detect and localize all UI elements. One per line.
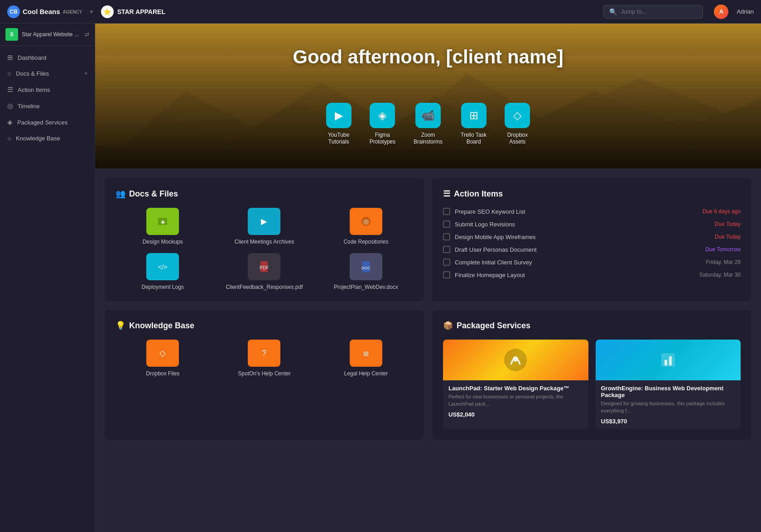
action-checkbox-3[interactable] [443, 246, 450, 253]
service-price-growth-engine: US$3,970 [601, 418, 736, 425]
global-search[interactable]: 🔍 [603, 5, 703, 19]
client-logo-icon: ⭐ [101, 5, 114, 18]
kb-folder-spotons[interactable]: ? SpotOn's Help Center [217, 340, 311, 378]
kb-folder-legal[interactable]: ⊞ Legal Help Center [319, 340, 413, 378]
sidebar: S Star Apparel Website ... ⇄ ⊞ Dashboard… [0, 24, 95, 532]
folder-icon-design-mockups: ◈ [146, 208, 179, 235]
svg-rect-22 [669, 356, 672, 365]
packaged-services-title-icon: 📦 [443, 321, 453, 331]
kb-folder-dropbox[interactable]: ◇ Dropbox Files [116, 340, 210, 378]
svg-rect-21 [665, 360, 667, 365]
service-image-launchpad [443, 340, 588, 380]
quick-link-youtube[interactable]: ▶ YouTubeTutorials [326, 103, 352, 146]
sidebar-item-packaged-services[interactable]: ◈ Packaged Services [0, 114, 95, 130]
workspace-selector[interactable]: S Star Apparel Website ... ⇄ [0, 24, 95, 46]
sidebar-item-docs-files[interactable]: ○ Docs & Files ▾ [0, 66, 95, 81]
action-item-3: Draft User Personas Document Due Tomorro… [443, 246, 741, 253]
action-items-icon: ☰ [7, 86, 13, 94]
folder-design-mockups[interactable]: ◈ Design Mockups [116, 208, 210, 246]
svg-rect-20 [661, 353, 675, 367]
folder-code-repos[interactable]: ◎ Code Repositories [319, 208, 413, 246]
files-grid: ◈ Design Mockups ▶ Client Meetings Archi… [116, 208, 413, 291]
folder-icon-deployment-logs: </> [146, 253, 179, 280]
quick-link-trello[interactable]: ⊞ Trello TaskBoard [461, 103, 486, 146]
service-card-launchpad[interactable]: LaunchPad: Starter Web Design Package™ P… [443, 340, 588, 429]
action-item-4: Complete Initial Client Survey Friday, M… [443, 259, 741, 266]
packaged-services-icon: ◈ [7, 118, 13, 126]
service-desc-growth-engine: Designed for growing businesses, this pa… [601, 400, 736, 414]
action-checkbox-1[interactable] [443, 220, 450, 228]
service-price-launchpad: US$2,040 [448, 411, 583, 418]
svg-text:◈: ◈ [161, 219, 165, 225]
action-due-3: Due Tomorrow [705, 246, 741, 253]
action-checkbox-2[interactable] [443, 233, 450, 240]
action-items-panel: ☰ Action Items Prepare SEO Keyword List … [432, 177, 752, 302]
client-selector[interactable]: ⭐ STAR APPAREL [101, 5, 165, 18]
sidebar-item-dashboard[interactable]: ⊞ Dashboard [0, 49, 95, 66]
file-project-plan[interactable]: DOC ProjectPlan_WebDev.docx [319, 253, 413, 291]
sidebar-item-knowledge-base[interactable]: ○ Knowledge Base [0, 130, 95, 146]
kb-folder-icon-legal: ⊞ [350, 340, 382, 367]
agency-logo[interactable]: CB Cool Beans AGENCY [7, 5, 82, 18]
folder-icon-code-repos: ◎ [350, 208, 382, 235]
action-items-title-label: Action Items [454, 189, 503, 199]
dropbox-label: DropboxAssets [507, 132, 528, 146]
figma-icon-box: ◈ [370, 103, 395, 128]
top-navigation: CB Cool Beans AGENCY + ⭐ STAR APPAREL 🔍 … [0, 0, 761, 24]
client-name: STAR APPAREL [117, 8, 165, 15]
packaged-services-title-label: Packaged Services [457, 321, 530, 331]
username-label: Adrian [737, 8, 754, 15]
sidebar-item-action-items[interactable]: ☰ Action Items [0, 81, 95, 98]
quick-link-zoom[interactable]: 📹 ZoomBrainstorms [414, 103, 443, 146]
hero-greeting: Good afternoon, [client name] [95, 46, 761, 68]
user-avatar[interactable]: A [714, 5, 728, 19]
action-items-title: ☰ Action Items [443, 189, 741, 199]
service-image-growth-engine [596, 340, 741, 380]
sidebar-item-label: Action Items [18, 86, 50, 93]
kb-folder-label-spotons: SpotOn's Help Center [238, 370, 290, 378]
agency-name: Cool Beans [23, 8, 60, 15]
docs-files-title-label: Docs & Files [129, 189, 178, 199]
youtube-label: YouTubeTutorials [328, 132, 349, 146]
action-checkbox-4[interactable] [443, 259, 450, 266]
dropbox-icon-box: ◇ [505, 103, 530, 128]
action-item-1: Submit Logo Revisions Due Today [443, 220, 741, 228]
svg-text:PDF: PDF [260, 265, 269, 270]
sidebar-item-label: Docs & Files [16, 70, 49, 77]
docs-icon: ○ [7, 70, 11, 77]
zoom-label: ZoomBrainstorms [414, 132, 443, 146]
sidebar-nav: ⊞ Dashboard ○ Docs & Files ▾ ☰ Action It… [0, 46, 95, 150]
action-label-4: Complete Initial Client Survey [455, 259, 702, 266]
sidebar-item-timeline[interactable]: ◎ Timeline [0, 98, 95, 114]
file-icon-project-plan: DOC [350, 253, 382, 280]
folder-client-meetings[interactable]: ▶ Client Meetings Archives [217, 208, 311, 246]
action-label-3: Draft User Personas Document [455, 246, 701, 253]
docs-files-panel: 👥 Docs & Files ◈ Design Mockups ▶ [104, 177, 424, 302]
knowledge-base-title-label: Knowledge Base [129, 321, 194, 331]
svg-text:</>: </> [158, 264, 167, 271]
action-checkbox-5[interactable] [443, 271, 450, 278]
timeline-icon: ◎ [7, 102, 13, 110]
search-input[interactable] [621, 8, 697, 15]
youtube-icon-box: ▶ [326, 103, 352, 128]
sidebar-item-label: Dashboard [18, 54, 47, 61]
figma-label: FigmaPrototypes [370, 132, 395, 146]
file-client-feedback[interactable]: PDF ClientFeedback_Responses.pdf [217, 253, 311, 291]
svg-text:?: ? [262, 349, 266, 358]
service-card-growth-engine[interactable]: GrowthEngine: Business Web Development P… [596, 340, 741, 429]
action-checkbox-0[interactable] [443, 208, 450, 215]
action-label-1: Submit Logo Revisions [455, 221, 710, 228]
action-item-0: Prepare SEO Keyword List Due 6 days ago [443, 208, 741, 215]
chevron-down-icon: ▾ [85, 71, 87, 77]
quick-link-dropbox[interactable]: ◇ DropboxAssets [505, 103, 530, 146]
folder-label-deployment-logs: Deployment Logs [141, 284, 183, 291]
add-workspace-button[interactable]: + [87, 8, 95, 16]
packaged-services-title: 📦 Packaged Services [443, 321, 741, 331]
knowledge-base-grid: ◇ Dropbox Files ? SpotOn's Help Center ⊞ [116, 340, 413, 378]
folder-deployment-logs[interactable]: </> Deployment Logs [116, 253, 210, 291]
service-info-growth-engine: GrowthEngine: Business Web Development P… [596, 380, 741, 429]
quick-link-figma[interactable]: ◈ FigmaPrototypes [370, 103, 395, 146]
main-layout: S Star Apparel Website ... ⇄ ⊞ Dashboard… [0, 24, 761, 532]
action-label-5: Finalize Homepage Layout [455, 272, 695, 278]
trello-icon-box: ⊞ [461, 103, 486, 128]
